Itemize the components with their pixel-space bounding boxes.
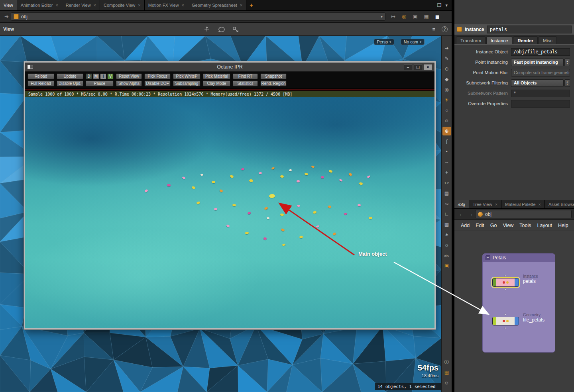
add-tool-icon[interactable]: + [442, 168, 451, 177]
disable-dof-button[interactable]: Disable DOF [144, 80, 171, 86]
count-tool-icon[interactable]: 42 [442, 199, 451, 208]
node-input-connector[interactable] [504, 275, 506, 277]
m-toggle[interactable]: M [93, 73, 99, 79]
tab-obj-network[interactable]: /obj [454, 200, 469, 208]
disable-upd-button[interactable]: Disable Upd. [57, 80, 83, 86]
image-tool-icon[interactable]: ▣ [442, 261, 451, 270]
override-properties-field[interactable] [511, 100, 570, 108]
close-icon[interactable]: × [495, 202, 497, 207]
display-options-icon[interactable]: ≡ [432, 26, 435, 32]
tab-animation-editor[interactable]: Animation Editor × [17, 0, 62, 10]
pin-icon[interactable]: ↦ [391, 14, 395, 20]
stepper-control[interactable]: ▴▾ [564, 59, 570, 66]
tab-composite-view[interactable]: Composite View × [100, 0, 145, 10]
menu-layout[interactable]: Layout [537, 223, 552, 228]
close-icon[interactable]: × [94, 3, 96, 8]
rend-region-button[interactable]: Rend. Region [260, 80, 287, 86]
pick-focus-button[interactable]: Pick Focus [144, 73, 171, 79]
stepper-down-icon[interactable]: ▾ [566, 83, 568, 85]
menu-edit[interactable]: Edit [476, 223, 484, 228]
hook-tool-icon[interactable]: ʃ [442, 137, 451, 146]
float-pane-icon[interactable]: ❐ [437, 2, 442, 8]
network-box-header[interactable]: − Petals [483, 254, 555, 262]
menu-tools[interactable]: Tools [519, 223, 531, 228]
record-icon[interactable]: ◎ [402, 14, 406, 20]
full-reload-button[interactable]: Full Reload [28, 80, 54, 86]
menu-add[interactable]: Add [461, 223, 470, 228]
menu-view[interactable]: View [503, 223, 513, 228]
pane-menu-chevron-icon[interactable]: ▾ [445, 3, 448, 8]
instance-object-field[interactable]: /obj/file_petals [511, 48, 570, 56]
i-toggle[interactable]: I [100, 73, 106, 79]
statistics-button[interactable]: Statistics [233, 80, 258, 86]
close-icon[interactable]: × [240, 3, 242, 8]
rendered-ocean-image[interactable]: Main object [25, 97, 434, 328]
light-tool-icon[interactable]: ☀ [442, 96, 451, 104]
annotate-pen-icon[interactable]: ✎ [442, 54, 451, 63]
tab-asset-browser[interactable]: Asset Browser [545, 200, 574, 208]
maximize-button[interactable]: ▢ [414, 64, 422, 70]
sun-tool-icon[interactable]: ☼ [442, 241, 451, 249]
scale-gizmo-icon[interactable] [232, 26, 239, 32]
tab-geometry-spreadsheet[interactable]: Geometry Spreadsheet × [188, 0, 246, 10]
tab-tree-view[interactable]: Tree View × [469, 200, 501, 208]
close-icon[interactable]: × [539, 202, 541, 207]
node-display-flag[interactable] [515, 317, 519, 325]
new-tab-button[interactable]: + [246, 0, 256, 10]
ring-tool-icon[interactable]: ○ [442, 106, 451, 115]
v-toggle[interactable]: V [107, 73, 114, 79]
menu-help[interactable]: Help [558, 223, 568, 228]
ruler-tool-icon[interactable]: ∟ [442, 210, 451, 218]
subnetwork-pattern-field[interactable]: * [511, 90, 570, 97]
d-toggle[interactable]: D [86, 73, 92, 79]
show-alpha-button[interactable]: Show Alpha [116, 80, 142, 86]
path-field[interactable]: obj [475, 210, 572, 218]
reload-button[interactable]: Reload [28, 73, 54, 79]
geometry-tool-icon[interactable]: ⊕ [442, 127, 451, 135]
zoom-tool-icon[interactable]: ◎ [442, 85, 451, 94]
point-instancing-menu[interactable]: Fast point instancing [511, 59, 564, 66]
close-icon[interactable]: × [55, 3, 58, 8]
camera-menu[interactable]: No cam ▾ [401, 39, 425, 45]
node-body[interactable] [496, 278, 515, 286]
clapper-icon[interactable]: ▣ [413, 14, 417, 20]
tab-render-view[interactable]: Render View × [62, 0, 100, 10]
roller-tool-icon[interactable]: ▤ [442, 189, 451, 198]
find-rt-button[interactable]: Find RT [233, 73, 258, 79]
stepper-control[interactable]: ▴▾ [564, 79, 570, 87]
back-arrow-icon[interactable]: ← [457, 211, 466, 217]
node-display-flag[interactable] [515, 278, 519, 286]
node-petals[interactable] [492, 278, 519, 287]
tab-render[interactable]: Render [513, 36, 538, 44]
translate-gizmo-icon[interactable] [203, 26, 210, 32]
tab-instance[interactable]: Instance [486, 36, 512, 44]
node-input-connector[interactable] [504, 314, 506, 316]
node-name-input[interactable]: petals [487, 25, 572, 33]
network-canvas[interactable]: − Petals Instance petals [454, 231, 574, 392]
pause-button[interactable]: Pause [86, 80, 114, 86]
point-tool-icon[interactable]: • [442, 147, 451, 156]
scene-viewport[interactable]: Persp ▾ No cam ▾ Octane IPR – ▢ × Reload [0, 36, 441, 392]
layout-grid-icon[interactable]: ▦ [442, 368, 451, 377]
tab-motion-fx-view[interactable]: Motion FX View × [145, 0, 188, 10]
snapshot-square-icon[interactable]: ◼ [435, 14, 440, 20]
snap-tool-icon[interactable]: ◆ [442, 75, 451, 84]
character-tool-icon[interactable]: ☺ [442, 116, 451, 125]
node-output-connector[interactable] [504, 288, 506, 290]
subnetwork-filtering-menu[interactable]: All Objects [511, 79, 564, 87]
tab-misc[interactable]: Misc [539, 36, 557, 44]
window-titlebar[interactable]: Octane IPR – ▢ × [25, 63, 434, 72]
pick-material-button[interactable]: Pick Material [203, 73, 230, 79]
grid-tool-icon[interactable]: ▦ [442, 220, 451, 229]
minimize-button[interactable]: – [404, 64, 412, 70]
handles-tool-icon[interactable]: ∗ [442, 230, 451, 239]
petals-network-box[interactable]: − Petals [482, 253, 555, 353]
close-icon[interactable]: × [182, 3, 184, 8]
clay-mode-button[interactable]: Clay Mode [203, 80, 230, 86]
snapshot-button[interactable]: Snapshot [260, 73, 287, 79]
node-output-connector[interactable] [504, 327, 506, 329]
stepper-down-icon[interactable]: ▾ [566, 62, 568, 65]
subsampling-button[interactable]: Subsampling [173, 80, 201, 86]
rotate-gizmo-icon[interactable] [218, 26, 225, 32]
perspective-menu[interactable]: Persp ▾ [374, 39, 394, 45]
